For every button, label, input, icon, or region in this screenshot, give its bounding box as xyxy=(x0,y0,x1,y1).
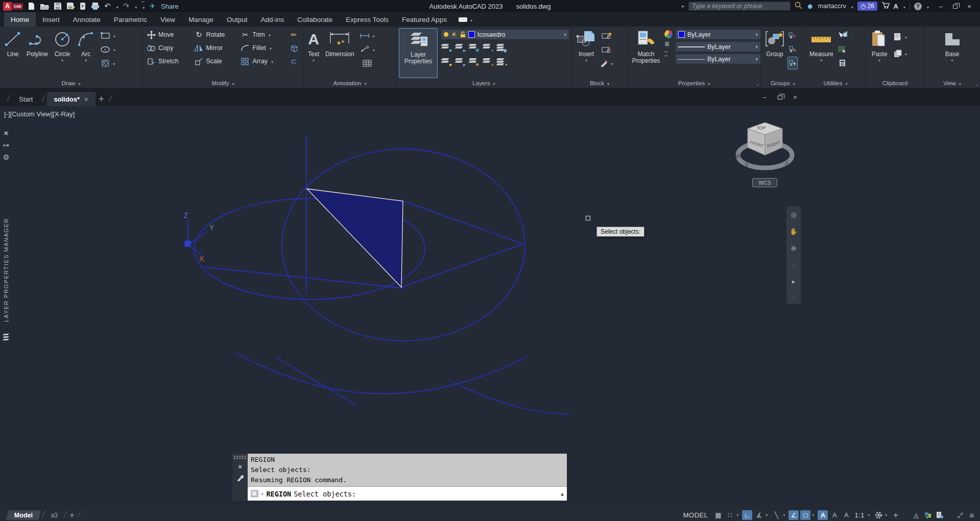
customize-qat-icon[interactable] xyxy=(141,2,145,11)
dimension-button[interactable]: ✶✶ Dimension xyxy=(324,28,356,78)
drawing-close-button[interactable]: × xyxy=(792,94,799,101)
make-current-layer-icon[interactable]: ◆ xyxy=(496,43,506,52)
isodraft-dropdown-icon[interactable]: ▾ xyxy=(783,513,787,517)
layer-thaw-sun-icon[interactable]: ☀ xyxy=(451,31,457,38)
layer-unlock-icon[interactable] xyxy=(460,31,466,38)
layout-tab-a3[interactable]: a3 xyxy=(46,512,62,519)
triangle-edge-lower[interactable] xyxy=(401,244,523,287)
polar-dropdown-icon[interactable]: ▾ xyxy=(766,513,770,517)
3d-box-button[interactable] xyxy=(288,41,301,55)
move-button[interactable]: Move xyxy=(145,28,188,41)
quick-calculator-button[interactable] xyxy=(838,57,848,69)
annotation-monitor-icon[interactable] xyxy=(935,510,945,520)
navbar-menu-icon[interactable]: ⋮ xyxy=(792,294,796,300)
model-tab[interactable]: Model xyxy=(6,510,41,520)
lineweight-combo[interactable]: ByLayer ▾ xyxy=(675,41,761,52)
layer-lock-icon[interactable]: ▪ xyxy=(482,43,492,52)
snap-mode-toggle[interactable]: ∷ xyxy=(725,510,735,520)
workspace-gear-icon[interactable] xyxy=(873,510,883,520)
circle-button[interactable]: Circle ▾ xyxy=(52,28,73,78)
layer-on-icon[interactable]: ● xyxy=(441,58,451,66)
orbit-icon[interactable]: ◌ xyxy=(792,261,796,268)
ribbon-display-toggle[interactable] xyxy=(459,12,472,27)
command-tool-icon[interactable] xyxy=(251,490,258,498)
view-expander-icon[interactable]: ⌟ xyxy=(976,81,978,86)
stretch-button[interactable]: Stretch xyxy=(145,55,188,68)
panel-label-view[interactable]: View ⌟ xyxy=(924,78,980,88)
full-navigation-wheel-icon[interactable]: ◎ xyxy=(791,211,796,218)
tab-parametric[interactable]: Parametric xyxy=(107,12,154,27)
layer-on-bulb-icon[interactable] xyxy=(444,32,448,37)
autodesk-dropdown-icon[interactable] xyxy=(902,3,905,10)
scale-button[interactable]: Scale xyxy=(193,55,235,68)
viewcube-south-label[interactable]: S xyxy=(745,162,748,168)
autocad-logo[interactable]: ACAD xyxy=(3,2,23,11)
linear-dimension-button[interactable] xyxy=(360,29,375,42)
quick-select-button[interactable]: ⚡ xyxy=(838,29,848,42)
viewcube-west-label[interactable]: W xyxy=(735,154,740,159)
command-input-line[interactable]: ▾ REGION Select objects: ▲ xyxy=(248,486,567,501)
rectangle-tool-button[interactable] xyxy=(101,29,115,42)
panel-label-annotation[interactable]: Annotation xyxy=(304,78,396,88)
layer-freeze-icon[interactable]: ❄ xyxy=(468,43,479,52)
match-properties-button[interactable]: Match Properties xyxy=(630,28,662,78)
polar-tracking-toggle[interactable]: ∡ xyxy=(754,510,764,520)
tab-collaborate[interactable]: Collaborate xyxy=(291,12,339,27)
share-plane-icon[interactable]: ✈ xyxy=(149,2,155,10)
new-layout-button[interactable]: + xyxy=(68,510,76,520)
properties-expander-icon[interactable]: ⌟ xyxy=(756,81,758,86)
save-as-icon[interactable] xyxy=(66,2,75,11)
customization-plus-button[interactable]: + xyxy=(891,510,901,520)
edit-attributes-button[interactable]: ✎ xyxy=(600,57,613,69)
save-icon[interactable] xyxy=(54,2,62,11)
app-store-cart-icon[interactable] xyxy=(881,2,890,11)
construction-line-2[interactable] xyxy=(203,267,403,288)
snap-dropdown-icon[interactable]: ▾ xyxy=(736,513,740,517)
paste-button[interactable]: Paste ▾ xyxy=(869,28,890,78)
table-button[interactable] xyxy=(360,57,375,69)
panel-label-clipboard[interactable]: Clipboard xyxy=(866,78,924,88)
offset-button[interactable]: ⊂ xyxy=(288,55,301,68)
undo-dropdown-icon[interactable] xyxy=(115,3,118,10)
selected-region-triangle[interactable] xyxy=(307,189,403,287)
file-tab-solidos[interactable]: solidos* × xyxy=(47,92,95,106)
measure-button[interactable]: Measure ▾ xyxy=(808,28,835,78)
annotation-scale-value[interactable]: 1:1 xyxy=(853,511,866,519)
annotation-autoscale-toggle[interactable]: A xyxy=(829,510,840,520)
palette-settings-gear-icon[interactable]: ⚙ xyxy=(0,151,12,163)
panel-label-utilities[interactable]: Utilities xyxy=(805,78,866,88)
edit-block-button[interactable]: ✎ xyxy=(600,43,613,56)
insert-button[interactable]: Insert ▾ xyxy=(575,28,598,78)
annotation-scale-icon[interactable]: A xyxy=(841,510,851,520)
tab-manage[interactable]: Manage xyxy=(182,12,220,27)
graphics-performance-icon[interactable] xyxy=(923,510,933,520)
notification-badge[interactable]: ◷ 26 xyxy=(857,2,877,11)
rotate-button[interactable]: ↻Rotate xyxy=(193,28,235,41)
triangle-edge-upper[interactable] xyxy=(403,201,523,244)
layer-match-icon[interactable]: ▪ xyxy=(496,58,506,66)
tab-home[interactable]: Home xyxy=(4,12,36,27)
etransmit-icon[interactable] xyxy=(80,2,86,11)
help-icon[interactable]: ? xyxy=(914,3,922,10)
tab-featured-apps[interactable]: Featured Apps xyxy=(395,12,453,27)
command-window-titlebar[interactable]: ●●●●●●●●●● × xyxy=(232,454,248,501)
create-block-button[interactable]: ★ xyxy=(600,29,613,42)
command-drag-grip[interactable]: ●●●●●●●●●● xyxy=(233,455,247,459)
help-dropdown-icon[interactable] xyxy=(926,3,929,10)
array-button[interactable]: Array xyxy=(239,55,283,68)
layer-isolate-icon[interactable]: ▸ xyxy=(455,43,465,52)
grid-display-toggle[interactable]: ▦ xyxy=(713,510,723,520)
username[interactable]: martaccrv xyxy=(818,3,846,10)
drawing-restore-button[interactable] xyxy=(776,94,783,101)
tab-view[interactable]: View xyxy=(154,12,182,27)
user-avatar-icon[interactable]: ☻ xyxy=(806,2,814,10)
osnap-dropdown-icon[interactable]: ▾ xyxy=(812,513,816,517)
object-snap-toggle[interactable]: □ xyxy=(800,510,810,520)
mirror-button[interactable]: Mirror xyxy=(193,41,235,55)
open-folder-icon[interactable] xyxy=(40,2,49,11)
arc-button[interactable]: Arc ▾ xyxy=(75,28,97,78)
scale-dropdown-icon[interactable]: ▾ xyxy=(868,513,872,517)
color-wheel-icon[interactable] xyxy=(664,30,673,38)
layer-unisolate-icon[interactable]: ▸ xyxy=(455,58,465,66)
panel-label-modify[interactable]: Modify xyxy=(142,78,303,88)
